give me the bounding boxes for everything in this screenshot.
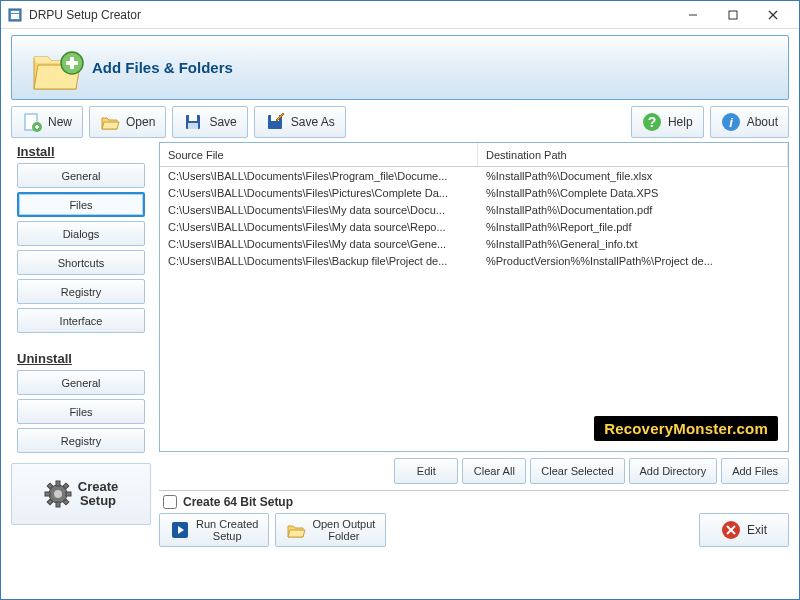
add-directory-button[interactable]: Add Directory [629,458,718,484]
col-destination[interactable]: Destination Path [478,143,788,166]
help-icon: ? [642,112,662,132]
table-row[interactable]: C:\Users\IBALL\Documents\Files\Pictures\… [160,184,788,201]
table-header: Source File Destination Path [160,143,788,167]
uninstall-group-title: Uninstall [17,351,151,366]
save-icon [183,112,203,132]
sidebar-uninstall-files[interactable]: Files [17,399,145,424]
sidebar-install-interface[interactable]: Interface [17,308,145,333]
sidebar-uninstall-registry[interactable]: Registry [17,428,145,453]
page-title: Add Files & Folders [92,59,233,76]
svg-text:?: ? [648,114,657,130]
toolbar: New Open Save Save As ? Help i About [1,104,799,142]
cell-destination: %ProductVersion%%InstallPath%\Project de… [478,255,788,267]
bottom-buttons: Run Created Setup Open Output Folder Exi… [159,509,789,547]
save-button[interactable]: Save [172,106,247,138]
exit-button[interactable]: Exit [699,513,789,547]
cell-destination: %InstallPath%\Report_file.pdf [478,221,788,233]
svg-rect-15 [189,115,197,121]
minimize-button[interactable] [673,1,713,29]
folder-icon [286,520,306,540]
cell-destination: %InstallPath%\Document_file.xlsx [478,170,788,182]
files-table[interactable]: Source File Destination Path C:\Users\IB… [159,142,789,452]
svg-rect-16 [188,123,198,129]
sidebar-uninstall-general[interactable]: General [17,370,145,395]
svg-rect-13 [36,125,38,129]
titlebar: DRPU Setup Creator [1,1,799,29]
sidebar-install-dialogs[interactable]: Dialogs [17,221,145,246]
close-button[interactable] [753,1,793,29]
run-created-setup-button[interactable]: Run Created Setup [159,513,269,547]
content: Source File Destination Path C:\Users\IB… [159,142,789,547]
about-button[interactable]: i About [710,106,789,138]
cell-source: C:\Users\IBALL\Documents\Files\Pictures\… [160,187,478,199]
svg-point-24 [54,490,62,498]
divider [159,490,789,491]
cell-destination: %InstallPath%\General_info.txt [478,238,788,250]
table-actions: Edit Clear All Clear Selected Add Direct… [159,452,789,488]
main-area: Install GeneralFilesDialogsShortcutsRegi… [1,142,799,553]
close-icon [721,520,741,540]
saveas-button[interactable]: Save As [254,106,346,138]
64bit-checkbox[interactable]: Create 64 Bit Setup [163,495,293,509]
play-icon [170,520,190,540]
save-label: Save [209,115,236,129]
svg-rect-28 [66,492,71,496]
saveas-icon [265,112,285,132]
open-button[interactable]: Open [89,106,166,138]
svg-rect-2 [11,14,19,19]
svg-text:i: i [729,115,733,130]
cell-source: C:\Users\IBALL\Documents\Files\Backup fi… [160,255,478,267]
new-button[interactable]: New [11,106,83,138]
col-source[interactable]: Source File [160,143,478,166]
cell-source: C:\Users\IBALL\Documents\Files\Program_f… [160,170,478,182]
svg-rect-4 [729,11,737,19]
table-row[interactable]: C:\Users\IBALL\Documents\Files\My data s… [160,201,788,218]
svg-rect-9 [66,61,78,65]
maximize-button[interactable] [713,1,753,29]
open-label: Open [126,115,155,129]
cell-source: C:\Users\IBALL\Documents\Files\My data s… [160,204,478,216]
clear-selected-button[interactable]: Clear Selected [530,458,624,484]
64bit-checkbox-input[interactable] [163,495,177,509]
watermark: RecoveryMonster.com [594,416,778,441]
gear-icon [44,480,72,508]
cell-destination: %InstallPath%\Documentation.pdf [478,204,788,216]
window-title: DRPU Setup Creator [29,8,673,22]
cell-destination: %InstallPath%\Complete Data.XPS [478,187,788,199]
table-row[interactable]: C:\Users\IBALL\Documents\Files\My data s… [160,235,788,252]
edit-button[interactable]: Edit [394,458,458,484]
open-icon [100,112,120,132]
table-row[interactable]: C:\Users\IBALL\Documents\Files\My data s… [160,218,788,235]
sidebar-install-shortcuts[interactable]: Shortcuts [17,250,145,275]
table-row[interactable]: C:\Users\IBALL\Documents\Files\Backup fi… [160,252,788,269]
exit-label: Exit [747,523,767,537]
about-icon: i [721,112,741,132]
folder-add-icon [30,47,78,89]
new-icon [22,112,42,132]
help-button[interactable]: ? Help [631,106,704,138]
sidebar: Install GeneralFilesDialogsShortcutsRegi… [11,142,151,547]
sidebar-install-general[interactable]: General [17,163,145,188]
create-setup-button[interactable]: Create Setup [11,463,151,525]
svg-rect-27 [45,492,50,496]
app-icon [7,7,23,23]
bottom-options: Create 64 Bit Setup [159,493,789,509]
sidebar-install-registry[interactable]: Registry [17,279,145,304]
install-group-title: Install [17,144,151,159]
open-output-folder-button[interactable]: Open Output Folder [275,513,386,547]
table-row[interactable]: C:\Users\IBALL\Documents\Files\Program_f… [160,167,788,184]
saveas-label: Save As [291,115,335,129]
about-label: About [747,115,778,129]
help-label: Help [668,115,693,129]
sidebar-install-files[interactable]: Files [17,192,145,217]
new-label: New [48,115,72,129]
cell-source: C:\Users\IBALL\Documents\Files\My data s… [160,238,478,250]
page-header: Add Files & Folders [11,35,789,100]
open-output-label: Open Output Folder [312,518,375,542]
64bit-checkbox-label: Create 64 Bit Setup [183,495,293,509]
add-files-button[interactable]: Add Files [721,458,789,484]
create-setup-label: Create Setup [78,480,118,509]
svg-rect-1 [11,11,19,13]
svg-rect-26 [56,502,60,507]
clear-all-button[interactable]: Clear All [462,458,526,484]
